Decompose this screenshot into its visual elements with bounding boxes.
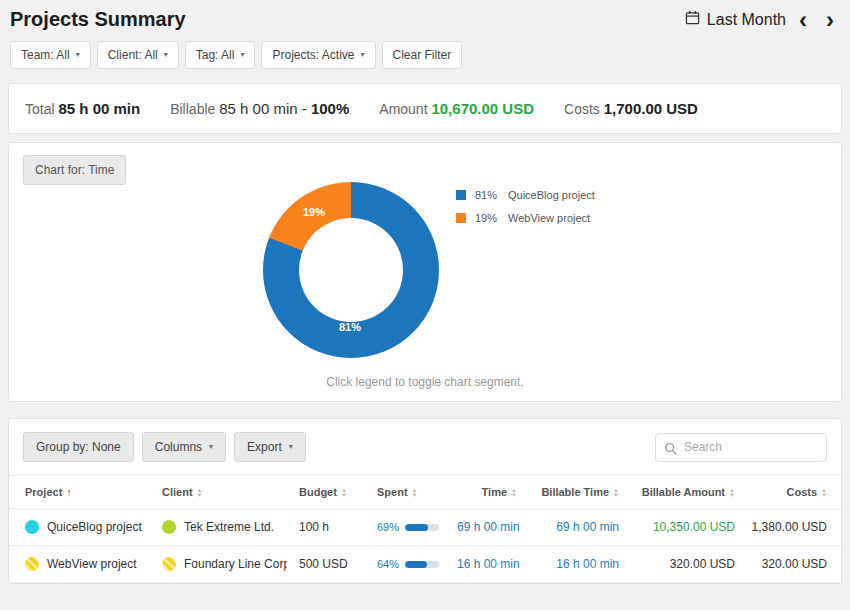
- project-color-swatch: [25, 557, 39, 571]
- amount-label: Amount: [379, 101, 427, 117]
- budget-value: 100 h: [299, 520, 329, 534]
- column-header-spent[interactable]: Spent▲▼: [371, 476, 451, 509]
- chevron-down-icon: ▾: [289, 443, 293, 451]
- legend-swatch-orange: [456, 213, 466, 223]
- team-filter-button[interactable]: Team: All ▾: [10, 41, 91, 69]
- client-filter-button[interactable]: Client: All ▾: [97, 41, 179, 69]
- legend-item-quiceblog[interactable]: 81% QuiceBlog project: [456, 189, 595, 201]
- summary-billable: Billable 85 h 00 min - 100%: [170, 100, 349, 117]
- sort-icon: ▲▼: [511, 488, 517, 498]
- chevron-down-icon: ▾: [361, 51, 365, 59]
- spent-progress-bar: [405, 561, 439, 568]
- sort-icon: ▲▼: [197, 488, 203, 498]
- projects-filter-button[interactable]: Projects: Active ▾: [261, 41, 375, 69]
- spent-progress-bar: [405, 524, 439, 531]
- column-header-billable-amount[interactable]: Billable Amount▲▼: [625, 476, 741, 509]
- project-name[interactable]: WebView project: [47, 557, 137, 571]
- sort-icon: ▲▼: [412, 488, 418, 498]
- table-header-row: Project↑ Client▲▼ Budget▲▼ Spent▲▼ Time▲…: [9, 476, 841, 509]
- chevron-down-icon: ▾: [240, 51, 244, 59]
- projects-summary-page: Projects Summary Last Month ‹ › Team: Al…: [0, 0, 850, 584]
- costs-label: Costs: [564, 101, 600, 117]
- billable-time-value[interactable]: 69 h 00 min: [556, 520, 619, 534]
- summary-card: Total 85 h 00 min Billable 85 h 00 min -…: [8, 83, 842, 134]
- billable-amount-value: 10,350.00 USD: [653, 520, 735, 534]
- table-row[interactable]: QuiceBlog project Tek Extreme Ltd. 100 h…: [9, 509, 841, 546]
- client-color-swatch: [162, 557, 176, 571]
- chevron-down-icon: ▾: [164, 51, 168, 59]
- billable-label: Billable: [170, 101, 215, 117]
- legend-label: WebView project: [508, 212, 590, 224]
- chevron-down-icon: ▾: [76, 51, 80, 59]
- header: Projects Summary Last Month ‹ ›: [0, 0, 850, 35]
- table-toolbar: Group by: None Columns ▾ Export ▾: [9, 419, 841, 475]
- total-label: Total: [25, 101, 55, 117]
- chart-legend: 81% QuiceBlog project 19% WebView projec…: [456, 189, 595, 224]
- tag-filter-label: Tag: All: [196, 48, 235, 62]
- chevron-down-icon: ▾: [209, 443, 213, 451]
- column-header-project[interactable]: Project↑: [9, 476, 156, 509]
- column-header-time[interactable]: Time▲▼: [451, 476, 523, 509]
- legend-pct: 19%: [475, 212, 499, 224]
- billable-percent: 100%: [311, 100, 349, 117]
- group-by-button[interactable]: Group by: None: [23, 432, 134, 462]
- costs-value: 1,380.00 USD: [752, 520, 827, 534]
- chart-for-button[interactable]: Chart for: Time: [23, 155, 126, 185]
- sort-icon: ▲▼: [821, 488, 827, 498]
- sort-icon: ▲▼: [341, 488, 347, 498]
- filter-bar: Team: All ▾ Client: All ▾ Tag: All ▾ Pro…: [0, 35, 850, 83]
- legend-label: QuiceBlog project: [508, 189, 595, 201]
- chart-hint-text: Click legend to toggle chart segment.: [9, 375, 841, 389]
- table-card: Group by: None Columns ▾ Export ▾: [8, 418, 842, 584]
- projects-filter-label: Projects: Active: [272, 48, 354, 62]
- time-value[interactable]: 69 h 00 min: [457, 520, 520, 534]
- client-color-swatch: [162, 520, 176, 534]
- columns-button[interactable]: Columns ▾: [142, 432, 226, 462]
- summary-amount: Amount 10,670.00 USD: [379, 100, 534, 117]
- project-color-swatch: [25, 520, 39, 534]
- donut-hole: [299, 218, 403, 322]
- columns-label: Columns: [155, 440, 202, 454]
- costs-value: 1,700.00 USD: [604, 100, 698, 117]
- clear-filter-label: Clear Filter: [393, 48, 452, 62]
- billable-time-value[interactable]: 16 h 00 min: [556, 557, 619, 571]
- prev-period-button[interactable]: ‹: [793, 10, 813, 30]
- costs-value: 320.00 USD: [762, 557, 827, 571]
- donut-slice-label-orange: 19%: [303, 206, 325, 218]
- search-box: [655, 433, 827, 462]
- calendar-icon: [685, 10, 700, 29]
- column-header-billable-time[interactable]: Billable Time▲▼: [523, 476, 625, 509]
- next-period-button[interactable]: ›: [820, 10, 840, 30]
- tag-filter-button[interactable]: Tag: All ▾: [185, 41, 256, 69]
- client-name: Foundary Line Corp.: [184, 557, 287, 571]
- total-value: 85 h 00 min: [58, 100, 140, 117]
- search-icon: [664, 441, 677, 459]
- legend-pct: 81%: [475, 189, 499, 201]
- client-name: Tek Extreme Ltd.: [184, 520, 274, 534]
- chart-card: Chart for: Time 19% 81% 81% QuiceBlog pr…: [8, 142, 842, 402]
- budget-value: 500 USD: [299, 557, 348, 571]
- team-filter-label: Team: All: [21, 48, 70, 62]
- spent-percent: 64%: [377, 558, 399, 570]
- page-title: Projects Summary: [10, 8, 186, 31]
- donut-chart[interactable]: 19% 81%: [263, 182, 439, 358]
- export-button[interactable]: Export ▾: [234, 432, 306, 462]
- time-value[interactable]: 16 h 00 min: [457, 557, 520, 571]
- group-by-label: Group by: None: [36, 440, 121, 454]
- client-filter-label: Client: All: [108, 48, 158, 62]
- search-input[interactable]: [655, 433, 827, 462]
- project-name[interactable]: QuiceBlog project: [47, 520, 142, 534]
- period-label[interactable]: Last Month: [707, 11, 786, 29]
- sort-asc-icon: ↑: [66, 486, 72, 498]
- projects-table: Project↑ Client▲▼ Budget▲▼ Spent▲▼ Time▲…: [9, 475, 841, 583]
- clear-filter-button[interactable]: Clear Filter: [382, 41, 463, 69]
- legend-item-webview[interactable]: 19% WebView project: [456, 212, 595, 224]
- sort-icon: ▲▼: [613, 488, 619, 498]
- summary-costs: Costs 1,700.00 USD: [564, 100, 698, 117]
- table-row[interactable]: WebView project Foundary Line Corp. 500 …: [9, 546, 841, 583]
- amount-value: 10,670.00 USD: [431, 100, 534, 117]
- billable-amount-value: 320.00 USD: [670, 557, 735, 571]
- column-header-costs[interactable]: Costs▲▼: [741, 476, 841, 509]
- column-header-client[interactable]: Client▲▼: [156, 476, 293, 509]
- column-header-budget[interactable]: Budget▲▼: [293, 476, 371, 509]
